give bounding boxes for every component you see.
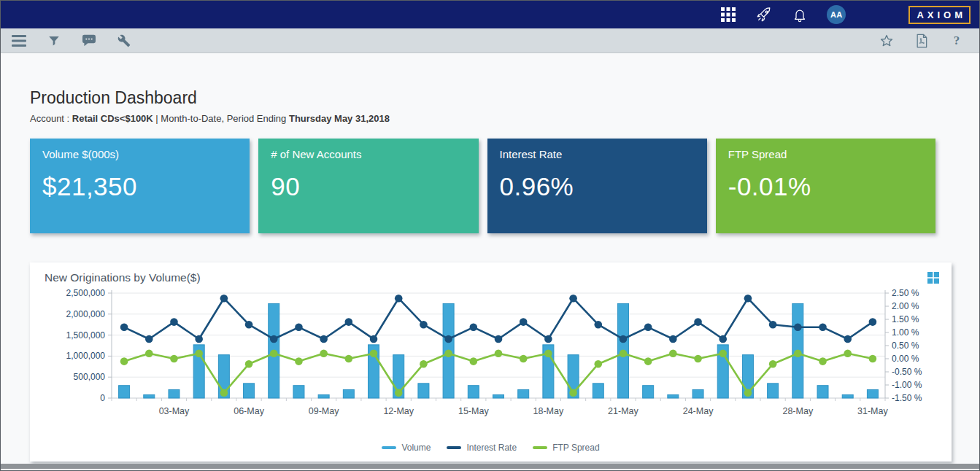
- data-point[interactable]: [819, 357, 827, 365]
- data-point[interactable]: [719, 335, 727, 343]
- data-point[interactable]: [195, 335, 203, 343]
- bar[interactable]: [518, 389, 529, 398]
- data-point[interactable]: [120, 357, 128, 365]
- right-axis-label: 1.50 %: [892, 314, 919, 324]
- data-point[interactable]: [195, 350, 203, 358]
- data-point[interactable]: [220, 295, 228, 303]
- data-point[interactable]: [569, 295, 577, 303]
- data-point[interactable]: [744, 389, 752, 397]
- bar[interactable]: [244, 384, 255, 398]
- data-point[interactable]: [594, 360, 602, 368]
- data-point[interactable]: [270, 350, 278, 358]
- bar[interactable]: [768, 384, 779, 398]
- panel-grid-view-icon[interactable]: [927, 271, 940, 284]
- bar[interactable]: [643, 386, 654, 398]
- bar[interactable]: [668, 394, 679, 398]
- apps-grid-icon-svg: [721, 7, 736, 22]
- data-point[interactable]: [744, 295, 752, 303]
- data-point[interactable]: [544, 335, 552, 343]
- horizontal-scrollbar[interactable]: [1, 464, 979, 469]
- pdf-export-icon[interactable]: [914, 33, 930, 49]
- data-point[interactable]: [395, 389, 403, 397]
- data-point[interactable]: [769, 360, 777, 368]
- data-point[interactable]: [420, 321, 428, 329]
- bar[interactable]: [119, 386, 130, 398]
- legend-item-interest-rate[interactable]: Interest Rate: [447, 443, 517, 453]
- data-point[interactable]: [320, 350, 328, 358]
- data-point[interactable]: [694, 318, 702, 326]
- comments-icon-svg: [82, 34, 96, 47]
- bar[interactable]: [293, 386, 304, 398]
- data-point[interactable]: [345, 355, 353, 363]
- data-point[interactable]: [245, 360, 253, 368]
- data-point[interactable]: [594, 321, 602, 329]
- bar[interactable]: [343, 389, 354, 398]
- avatar[interactable]: AA: [827, 5, 846, 24]
- data-point[interactable]: [420, 360, 428, 368]
- help-icon[interactable]: ?: [949, 33, 965, 49]
- data-point[interactable]: [495, 350, 503, 358]
- bar[interactable]: [842, 394, 853, 398]
- data-point[interactable]: [370, 335, 378, 343]
- bar[interactable]: [692, 389, 703, 398]
- data-point[interactable]: [295, 357, 303, 365]
- data-point[interactable]: [370, 350, 378, 358]
- data-point[interactable]: [844, 350, 852, 358]
- data-point[interactable]: [769, 321, 777, 329]
- filter-icon[interactable]: [46, 33, 62, 49]
- rocket-icon[interactable]: [755, 6, 773, 23]
- data-point[interactable]: [295, 324, 303, 332]
- data-point[interactable]: [794, 324, 802, 332]
- legend-item-ftp-spread[interactable]: FTP Spread: [533, 443, 599, 453]
- data-point[interactable]: [719, 350, 727, 358]
- data-point[interactable]: [694, 355, 702, 363]
- data-point[interactable]: [444, 350, 452, 358]
- legend-item-volume[interactable]: Volume: [382, 443, 431, 453]
- data-point[interactable]: [220, 389, 228, 397]
- data-point[interactable]: [794, 350, 802, 358]
- menu-icon[interactable]: [11, 33, 27, 49]
- data-point[interactable]: [245, 321, 253, 329]
- data-point[interactable]: [470, 324, 478, 332]
- data-point[interactable]: [395, 295, 403, 303]
- bell-icon[interactable]: [791, 6, 809, 23]
- data-point[interactable]: [520, 355, 528, 363]
- data-point[interactable]: [170, 318, 178, 326]
- bar[interactable]: [817, 386, 828, 398]
- data-point[interactable]: [120, 324, 128, 332]
- data-point[interactable]: [170, 355, 178, 363]
- bar[interactable]: [169, 389, 180, 398]
- data-point[interactable]: [145, 335, 153, 343]
- bar[interactable]: [593, 384, 603, 398]
- data-point[interactable]: [819, 324, 827, 332]
- data-point[interactable]: [569, 389, 577, 397]
- bar[interactable]: [418, 384, 429, 398]
- data-point[interactable]: [620, 350, 628, 358]
- data-point[interactable]: [444, 335, 452, 343]
- data-point[interactable]: [470, 357, 478, 365]
- bar[interactable]: [318, 394, 329, 398]
- data-point[interactable]: [320, 335, 328, 343]
- data-point[interactable]: [544, 350, 552, 358]
- bar[interactable]: [493, 394, 504, 398]
- data-point[interactable]: [669, 350, 677, 358]
- bar[interactable]: [867, 389, 878, 398]
- star-icon[interactable]: [879, 33, 895, 49]
- data-point[interactable]: [869, 318, 877, 326]
- data-point[interactable]: [644, 357, 652, 365]
- data-point[interactable]: [145, 350, 153, 358]
- data-point[interactable]: [644, 324, 652, 332]
- data-point[interactable]: [345, 318, 353, 326]
- bar[interactable]: [144, 394, 155, 398]
- data-point[interactable]: [495, 335, 503, 343]
- apps-grid-icon[interactable]: [719, 6, 737, 23]
- data-point[interactable]: [669, 335, 677, 343]
- comments-icon[interactable]: [81, 33, 97, 49]
- data-point[interactable]: [270, 335, 278, 343]
- data-point[interactable]: [620, 335, 628, 343]
- data-point[interactable]: [844, 335, 852, 343]
- wrench-icon[interactable]: [116, 33, 132, 49]
- bar[interactable]: [468, 386, 479, 398]
- data-point[interactable]: [869, 355, 877, 363]
- data-point[interactable]: [520, 318, 528, 326]
